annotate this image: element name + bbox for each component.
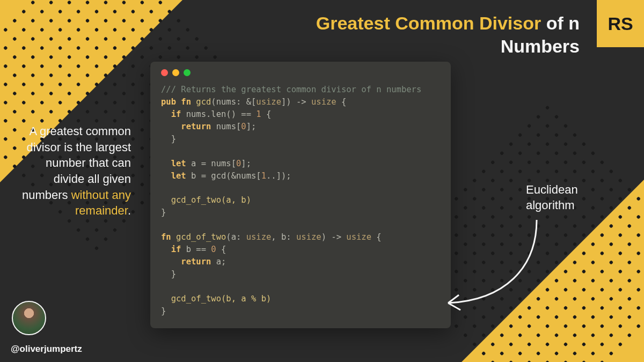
description-text: A greatest common divisor is the largest… <box>14 123 131 219</box>
minimize-icon <box>172 69 179 76</box>
close-icon <box>161 69 168 76</box>
code-window: /// Returns the greatest common divisor … <box>150 62 451 328</box>
page-title: Greatest Common Divisor of n Numbers <box>236 12 580 57</box>
code-block: /// Returns the greatest common divisor … <box>161 84 440 317</box>
desc-accent: without any remainder <box>71 188 131 218</box>
annotation-label: Euclidean algorithm <box>526 182 612 213</box>
title-accent: Greatest Common Divisor <box>316 13 541 33</box>
window-traffic-lights <box>161 69 440 76</box>
language-badge: RS <box>597 0 644 47</box>
zoom-icon <box>184 69 191 76</box>
author-handle: @oliverjumpertz <box>11 344 82 354</box>
author-avatar <box>12 301 46 335</box>
desc-tail: . <box>128 204 131 217</box>
